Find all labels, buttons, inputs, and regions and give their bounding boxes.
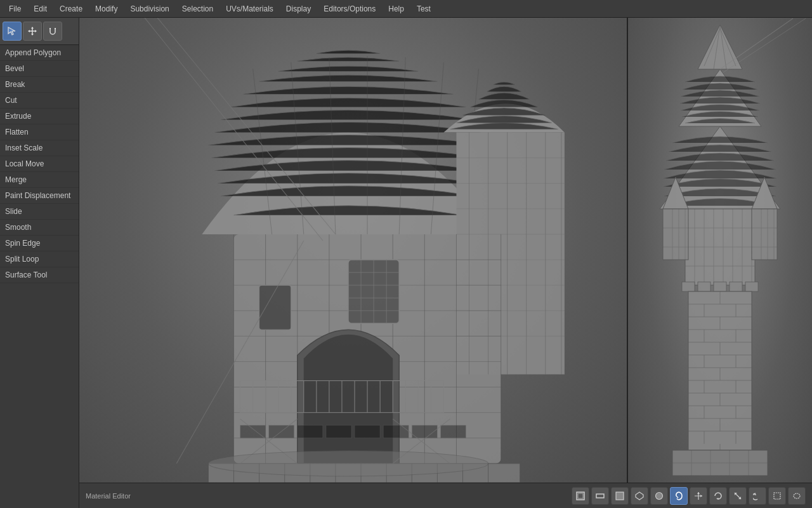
scale-btn[interactable]: [729, 487, 747, 505]
edge-mode-btn[interactable]: [591, 487, 609, 505]
sidebar-item-inset-scale[interactable]: Inset Scale: [0, 140, 79, 156]
svg-point-103: [208, 451, 488, 476]
menu-item-display[interactable]: Display: [280, 2, 317, 16]
sidebar-item-split-loop[interactable]: Split Loop: [0, 251, 79, 267]
sidebar-item-break[interactable]: Break: [0, 77, 79, 93]
svg-rect-98: [440, 425, 466, 438]
svg-marker-187: [697, 492, 700, 494]
svg-marker-0: [8, 27, 15, 35]
sidebar-item-merge[interactable]: Merge: [0, 172, 79, 188]
svg-marker-3: [31, 27, 34, 29]
undo-btn[interactable]: [749, 487, 766, 505]
sidebar-item-surface-tool[interactable]: Surface Tool: [0, 267, 79, 283]
menu-item-selection[interactable]: Selection: [176, 2, 219, 16]
svg-line-178: [720, 18, 793, 69]
menu-item-file[interactable]: File: [3, 2, 27, 16]
lasso-btn[interactable]: [670, 487, 688, 505]
svg-rect-96: [383, 425, 409, 438]
svg-line-179: [723, 18, 806, 72]
svg-point-195: [794, 493, 800, 498]
bottom-icon-bar: [572, 487, 806, 505]
svg-rect-93: [298, 425, 323, 438]
viewport-area: Material Editor: [79, 18, 812, 508]
sidebar: Append Polygon Bevel Break Cut Extrude F…: [0, 18, 79, 508]
free-select-btn[interactable]: [788, 487, 806, 505]
magnet-icon-btn[interactable]: [43, 22, 62, 41]
rect-select-btn[interactable]: [768, 487, 786, 505]
svg-rect-94: [326, 425, 351, 438]
svg-rect-124: [714, 282, 726, 291]
svg-marker-188: [700, 495, 702, 497]
svg-rect-181: [578, 493, 583, 498]
svg-rect-95: [355, 425, 380, 438]
menu-item-subdivision[interactable]: Subdivision: [124, 2, 175, 16]
move-icon-btn[interactable]: [23, 22, 42, 41]
svg-rect-182: [596, 494, 604, 498]
sidebar-item-smooth[interactable]: Smooth: [0, 220, 79, 236]
svg-marker-184: [636, 492, 643, 500]
svg-marker-104: [698, 25, 742, 69]
svg-rect-165: [752, 209, 777, 260]
menubar: File Edit Create Modify Subdivision Sele…: [0, 0, 812, 18]
svg-rect-172: [663, 209, 688, 260]
menu-item-test[interactable]: Test: [410, 2, 437, 16]
sidebar-item-local-move[interactable]: Local Move: [0, 156, 79, 172]
poly-mode-btn[interactable]: [611, 487, 629, 505]
svg-marker-5: [28, 30, 30, 32]
bottom-toolbar: Material Editor: [79, 483, 812, 508]
object-mode-btn[interactable]: [631, 487, 648, 505]
right-viewport[interactable]: [628, 18, 812, 483]
menu-item-create[interactable]: Create: [53, 2, 89, 16]
menu-item-editors[interactable]: Editors/Options: [317, 2, 382, 16]
sidebar-item-paint-displacement[interactable]: Paint Displacement: [0, 188, 79, 204]
sidebar-item-append-polygon[interactable]: Append Polygon: [0, 45, 79, 61]
svg-rect-194: [774, 493, 780, 499]
main-viewport[interactable]: [79, 18, 628, 483]
main-layout: Append Polygon Bevel Break Cut Extrude F…: [0, 18, 812, 508]
select-icon-btn[interactable]: [3, 22, 22, 41]
svg-point-185: [656, 492, 663, 499]
menu-item-edit[interactable]: Edit: [27, 2, 53, 16]
menu-item-uvs[interactable]: UVs/Materials: [219, 2, 280, 16]
sidebar-item-extrude[interactable]: Extrude: [0, 109, 79, 124]
svg-marker-4: [31, 34, 34, 36]
svg-rect-17: [456, 132, 564, 374]
sidebar-item-bevel[interactable]: Bevel: [0, 61, 79, 77]
svg-rect-125: [730, 282, 742, 291]
menu-item-help[interactable]: Help: [382, 2, 410, 16]
transform-btn[interactable]: [690, 487, 707, 505]
svg-rect-49: [259, 285, 291, 330]
svg-rect-183: [616, 492, 624, 500]
svg-rect-122: [682, 282, 695, 291]
svg-rect-126: [745, 282, 758, 291]
status-label: Material Editor: [86, 492, 131, 500]
circle-mode-btn[interactable]: [650, 487, 668, 505]
sidebar-icon-toolbar: [0, 18, 79, 45]
menu-item-modify[interactable]: Modify: [89, 2, 124, 16]
select-mode-btn[interactable]: [572, 487, 589, 505]
sidebar-item-cut[interactable]: Cut: [0, 93, 79, 109]
svg-rect-123: [698, 282, 710, 291]
svg-marker-6: [35, 30, 37, 32]
viewports: [79, 18, 812, 483]
sidebar-item-flatten[interactable]: Flatten: [0, 124, 79, 140]
sidebar-item-slide[interactable]: Slide: [0, 204, 79, 220]
rotate-btn[interactable]: [709, 487, 727, 505]
svg-line-186: [676, 496, 678, 498]
sidebar-item-spin-edge[interactable]: Spin Edge: [0, 236, 79, 251]
